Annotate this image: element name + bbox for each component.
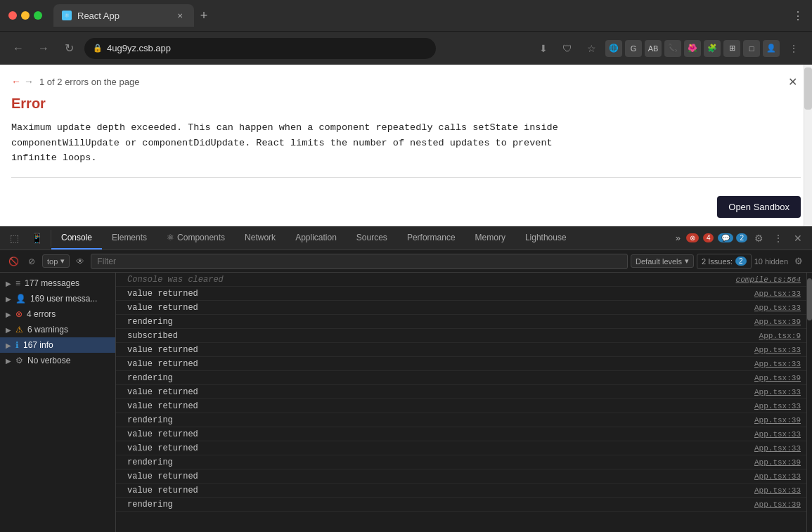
sidebar-item-warnings[interactable]: ▶ ⚠ 6 warnings (0, 322, 115, 337)
hidden-count-label: 10 hidden (754, 257, 788, 266)
forward-button[interactable]: → (34, 39, 53, 58)
log-link[interactable]: App.tsx:33 (754, 290, 801, 298)
tab-performance[interactable]: Performance (397, 226, 465, 249)
log-row: value returned App.tsx:33 (116, 484, 806, 498)
error-close-button[interactable]: ✕ (784, 73, 801, 90)
devtools-toolbar: ⬚ 📱 Console Elements ⚛ Components Networ… (0, 226, 812, 250)
sidebar-item-all-messages[interactable]: ▶ ≡ 177 messages (0, 275, 115, 291)
log-row: value returned App.tsx:33 (116, 399, 806, 413)
more-tabs-button[interactable]: » (673, 233, 683, 243)
log-link[interactable]: App.tsx:33 (754, 402, 801, 410)
browser-tab[interactable]: ⚛ React App ✕ (53, 4, 194, 27)
sidebar-item-label: 6 warnings (27, 325, 68, 335)
minimize-window-button[interactable] (21, 11, 30, 20)
devtools-close-button[interactable]: ✕ (790, 230, 806, 247)
tab-console-label: Console (61, 233, 92, 242)
browser-scrollbar[interactable] (804, 65, 812, 226)
tab-application[interactable]: Application (285, 226, 347, 249)
log-link[interactable]: App.tsx:39 (754, 416, 801, 424)
reload-button[interactable]: ↻ (59, 39, 79, 58)
console-issues-button[interactable]: 2 Issues: 2 (697, 254, 752, 269)
titlebar-menu-icon[interactable]: ⋮ (792, 9, 804, 22)
sidebar-item-icon: ⚙ (15, 356, 23, 365)
tab-lighthouse[interactable]: Lighthouse (515, 226, 576, 249)
sidebar-item-icon: 👤 (15, 294, 26, 304)
devtools-inspect-button[interactable]: ⬚ (6, 230, 22, 247)
devtools-right-icons: » ⊗ 4 💬 2 ⚙ ⋮ ✕ (667, 230, 812, 247)
devtools-device-button[interactable]: 📱 (28, 230, 45, 247)
log-link[interactable]: App.tsx:39 (754, 500, 801, 509)
ext-icon-4[interactable]: 📞 (664, 40, 681, 57)
issue-badge: 💬 (718, 233, 733, 242)
bookmark-icon[interactable]: ☆ (581, 39, 601, 58)
log-link[interactable]: App.tsx:33 (754, 388, 801, 396)
log-link[interactable]: App.tsx:33 (754, 346, 801, 354)
console-log[interactable]: Console was cleared compile.ts:564 value… (116, 273, 806, 532)
console-gear-button[interactable]: ⚙ (791, 254, 806, 269)
back-button[interactable]: ← (8, 39, 28, 58)
log-link[interactable]: App.tsx:33 (754, 430, 801, 439)
devtools-settings-button[interactable]: ⚙ (750, 230, 767, 247)
ext-icon-6[interactable]: 🧩 (704, 40, 721, 57)
error-next-button[interactable]: → (24, 76, 34, 87)
ext-icon-3[interactable]: AB (645, 40, 662, 57)
console-eye-button[interactable]: 👁 (72, 254, 88, 269)
console-clear-button[interactable]: 🚫 (6, 254, 21, 269)
devtools-more-button[interactable]: ⋮ (770, 230, 787, 247)
console-context-selector[interactable]: top ▾ (42, 254, 70, 268)
log-link[interactable]: App.tsx:39 (754, 458, 801, 467)
tab-network[interactable]: Network (235, 226, 285, 249)
error-count-badge: 4 (703, 233, 714, 242)
log-message: value returned (127, 443, 754, 453)
log-message: rendering (127, 415, 754, 425)
ext-icon-1[interactable]: 🌐 (605, 40, 622, 57)
error-prev-button[interactable]: ← (11, 76, 21, 87)
log-link[interactable]: App.tsx:33 (754, 472, 801, 481)
close-window-button[interactable] (8, 11, 17, 20)
console-filter-input[interactable] (91, 254, 628, 269)
maximize-window-button[interactable] (34, 11, 42, 20)
tab-console[interactable]: Console (51, 226, 102, 249)
console-scrollbar[interactable] (806, 273, 812, 532)
sidebar-item-errors[interactable]: ▶ ⊗ 4 errors (0, 306, 115, 322)
log-message: value returned (127, 289, 754, 299)
sidebar-item-arrow: ▶ (6, 357, 11, 365)
ext-icon-7[interactable]: ⊞ (723, 40, 740, 57)
log-link[interactable]: App.tsx:39 (754, 374, 801, 382)
log-message: value returned (127, 387, 754, 397)
new-tab-button[interactable]: + (194, 6, 214, 25)
log-link[interactable]: App.tsx:9 (759, 332, 801, 340)
log-link[interactable]: App.tsx:39 (754, 318, 801, 326)
browser-menu-button[interactable]: ⋮ (784, 39, 804, 58)
tab-components[interactable]: ⚛ Components (157, 226, 235, 249)
open-sandbox-button[interactable]: Open Sandbox (717, 196, 801, 218)
address-box[interactable]: 🔒 4ug9yz.csb.app (84, 38, 436, 59)
log-link[interactable]: App.tsx:33 (754, 486, 801, 495)
user-profile-icon[interactable]: 👤 (763, 40, 780, 57)
sidebar-item-label: 177 messages (25, 278, 79, 288)
sidebar-item-info[interactable]: ▶ ℹ 167 info (0, 337, 115, 353)
log-link[interactable]: App.tsx:33 (754, 304, 801, 312)
tab-elements[interactable]: Elements (102, 226, 157, 249)
tab-sources[interactable]: Sources (347, 226, 397, 249)
log-link[interactable]: App.tsx:33 (754, 360, 801, 368)
secure-icon[interactable]: 🛡 (558, 39, 577, 58)
console-levels-selector[interactable]: Default levels ▾ (631, 254, 694, 268)
lock-icon: 🔒 (93, 44, 103, 53)
sidebar-item-user-messages[interactable]: ▶ 👤 169 user messa... (0, 291, 115, 306)
ext-icon-8[interactable]: □ (743, 40, 760, 57)
sidebar-item-icon: ℹ (15, 340, 19, 350)
error-count-text: 1 of 2 errors on the page (39, 77, 139, 87)
ext-icon-2[interactable]: G (625, 40, 642, 57)
titlebar-right-controls: ⋮ (792, 9, 804, 22)
log-link[interactable]: App.tsx:33 (754, 444, 801, 453)
console-filter-toggle[interactable]: ⊘ (24, 254, 39, 269)
download-icon[interactable]: ⬇ (534, 39, 553, 58)
tab-memory[interactable]: Memory (465, 226, 515, 249)
sidebar-item-verbose[interactable]: ▶ ⚙ No verbose (0, 353, 115, 368)
tab-close-button[interactable]: ✕ (174, 10, 186, 21)
ext-icon-5[interactable]: 🌺 (684, 40, 701, 57)
log-link[interactable]: compile.ts:564 (736, 275, 801, 284)
console-toolbar: 🚫 ⊘ top ▾ 👁 Default levels ▾ 2 Issues: 2… (0, 250, 812, 273)
tab-bar: ⚛ React App ✕ + (53, 4, 787, 27)
